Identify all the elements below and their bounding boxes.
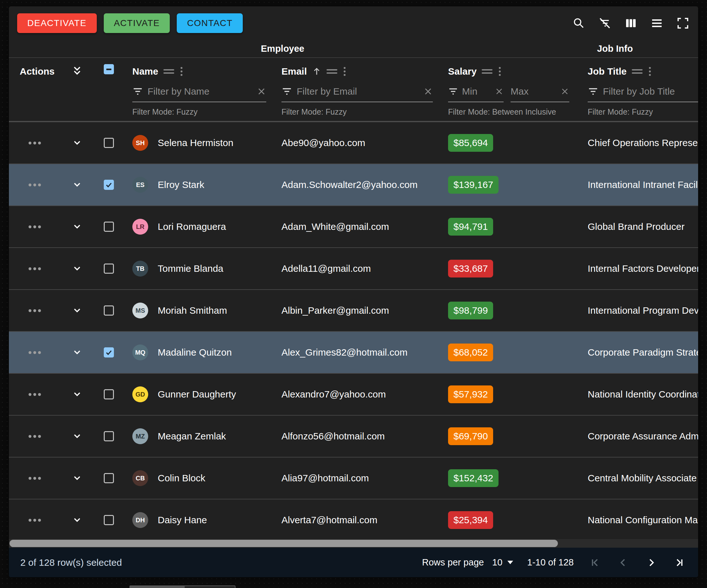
column-menu-icon[interactable] <box>342 66 347 77</box>
filter-list-icon[interactable] <box>448 86 458 97</box>
employee-email: Alfonzo56@hotmail.com <box>281 431 385 442</box>
expand-row-icon[interactable] <box>70 471 85 485</box>
avatar: GD <box>132 386 148 402</box>
employee-job-title: National Identity Coordinator <box>588 389 698 400</box>
row-email-cell: Adam.Schowalter2@yahoo.com <box>274 179 440 190</box>
horizontal-scrollbar-thumb[interactable] <box>9 540 558 547</box>
email-header-label[interactable]: Email <box>281 66 307 77</box>
row-menu-icon[interactable] <box>27 140 43 146</box>
next-page-icon[interactable] <box>643 555 659 570</box>
expand-row-icon[interactable] <box>70 136 85 150</box>
filter-list-icon[interactable] <box>281 86 292 97</box>
column-menu-icon[interactable] <box>179 66 184 77</box>
employee-name: Tommie Blanda <box>158 263 224 274</box>
job-title-header-label[interactable]: Job Title <box>588 66 627 77</box>
row-menu-icon[interactable] <box>27 433 43 440</box>
page-scrollbar[interactable] <box>130 585 235 588</box>
salary-max-filter <box>511 83 569 102</box>
row-checkbox[interactable] <box>104 263 114 274</box>
bottom-toolbar: 2 of 128 row(s) selected Rows per page 1… <box>9 548 698 577</box>
selected-rows-alert: 2 of 128 row(s) selected <box>20 557 122 568</box>
salary-min-filter <box>448 83 504 102</box>
row-select-cell <box>93 222 125 232</box>
expand-row-icon[interactable] <box>70 513 85 527</box>
expand-all-icon[interactable] <box>70 64 84 78</box>
first-page-icon[interactable] <box>588 555 603 570</box>
row-checkbox[interactable] <box>104 473 114 483</box>
employee-job-title: Corporate Paradigm Strategist <box>588 347 698 358</box>
row-checkbox[interactable] <box>104 180 114 190</box>
page-scrollbar-thumb[interactable] <box>130 586 185 588</box>
row-select-cell <box>93 305 125 316</box>
employee-name: Daisy Hane <box>158 515 207 525</box>
salary-min-input[interactable] <box>462 86 491 97</box>
row-name-cell: TB Tommie Blanda <box>125 261 274 276</box>
sort-asc-icon[interactable] <box>312 67 322 76</box>
row-checkbox[interactable] <box>104 138 114 148</box>
row-expand-cell <box>61 345 93 360</box>
clear-email-filter-icon[interactable] <box>423 87 433 96</box>
rows-per-page-select[interactable]: 10 <box>492 557 513 568</box>
drag-handle-icon[interactable] <box>327 68 337 75</box>
row-menu-icon[interactable] <box>27 475 43 482</box>
activate-button[interactable]: ACTIVATE <box>104 13 170 33</box>
contact-button[interactable]: CONTACT <box>177 13 243 33</box>
last-page-icon[interactable] <box>671 555 687 570</box>
expand-row-icon[interactable] <box>70 387 85 402</box>
row-checkbox[interactable] <box>104 431 114 441</box>
name-header-label[interactable]: Name <box>132 66 158 77</box>
row-expand-cell <box>61 471 93 485</box>
expand-row-icon[interactable] <box>70 303 85 318</box>
row-checkbox[interactable] <box>104 305 114 316</box>
clear-salary-max-icon[interactable] <box>561 87 569 96</box>
salary-max-input[interactable] <box>511 86 557 97</box>
drag-handle-icon[interactable] <box>482 68 493 75</box>
expand-row-icon[interactable] <box>70 177 85 192</box>
employee-name: Meagan Zemlak <box>158 431 226 442</box>
search-icon[interactable] <box>572 16 586 30</box>
deactivate-button[interactable]: DEACTIVATE <box>17 13 97 33</box>
filter-list-icon[interactable] <box>588 86 599 97</box>
expand-row-icon[interactable] <box>70 345 85 360</box>
table-scroll-area: Employee Job Info Actions <box>9 40 698 539</box>
filter-off-icon[interactable] <box>598 16 612 30</box>
top-toolbar: DEACTIVATE ACTIVATE CONTACT <box>9 6 698 40</box>
fullscreen-icon[interactable] <box>676 16 690 30</box>
table-row: CB Colin Block Alia97@hotmail.com $152,4… <box>9 457 698 499</box>
horizontal-scrollbar[interactable] <box>9 539 698 548</box>
email-filter-input[interactable] <box>297 86 419 97</box>
row-checkbox[interactable] <box>104 347 114 358</box>
expand-row-icon[interactable] <box>70 429 85 444</box>
select-all-checkbox[interactable] <box>104 64 114 74</box>
column-menu-icon[interactable] <box>498 66 502 77</box>
salary-badge: $152,432 <box>448 469 499 487</box>
drag-handle-icon[interactable] <box>163 68 174 75</box>
row-menu-icon[interactable] <box>27 182 43 188</box>
drag-handle-icon[interactable] <box>632 68 643 75</box>
row-checkbox[interactable] <box>104 515 114 525</box>
expand-row-icon[interactable] <box>70 219 85 234</box>
expand-row-icon[interactable] <box>70 261 85 276</box>
row-name-cell: CB Colin Block <box>125 470 274 486</box>
clear-name-filter-icon[interactable] <box>257 87 266 96</box>
row-job-title-cell: International Program Developer <box>580 305 698 316</box>
name-filter-input[interactable] <box>147 86 252 97</box>
row-menu-icon[interactable] <box>27 349 43 356</box>
table-toolbar-icons <box>572 16 690 30</box>
row-menu-icon[interactable] <box>27 265 43 272</box>
row-checkbox[interactable] <box>104 222 114 232</box>
density-icon[interactable] <box>650 16 664 30</box>
column-menu-icon[interactable] <box>648 66 652 77</box>
salary-header-label[interactable]: Salary <box>448 66 477 77</box>
row-checkbox[interactable] <box>104 389 114 399</box>
row-menu-icon[interactable] <box>27 391 43 398</box>
row-select-cell <box>93 389 125 399</box>
filter-list-icon[interactable] <box>132 86 143 97</box>
row-menu-icon[interactable] <box>27 307 43 314</box>
row-menu-icon[interactable] <box>27 224 43 230</box>
job-title-filter-input[interactable] <box>603 86 698 97</box>
previous-page-icon[interactable] <box>616 555 631 570</box>
show-columns-icon[interactable] <box>624 16 638 30</box>
clear-salary-min-icon[interactable] <box>495 87 504 96</box>
row-menu-icon[interactable] <box>27 517 43 524</box>
